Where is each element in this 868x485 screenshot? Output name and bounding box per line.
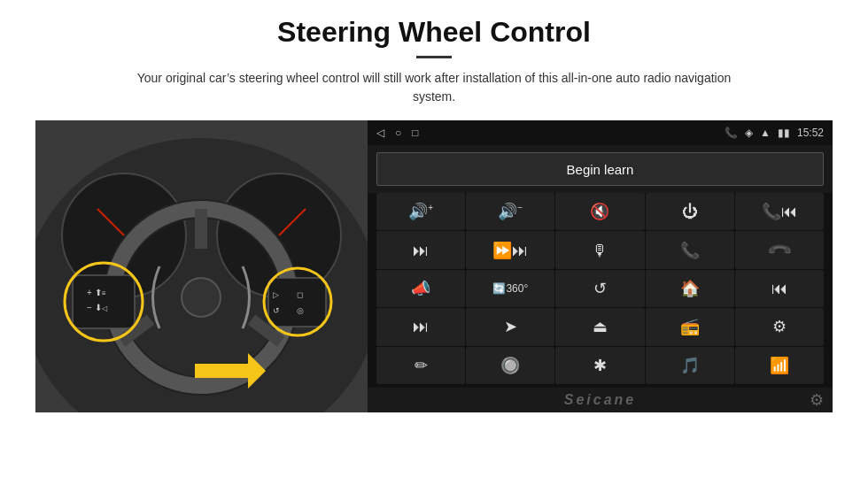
- home-icon: 🏠: [680, 281, 700, 296]
- fast-forward-icon: ⏩⏭: [492, 242, 528, 258]
- begin-learn-button[interactable]: Begin learn: [376, 152, 824, 186]
- power-icon: ⏻: [682, 204, 698, 219]
- bottom-bar: Seicane ⚙: [368, 388, 833, 412]
- grid-cell-sound-eq[interactable]: 📶: [735, 347, 824, 384]
- content-row: + ⬆ − ⬇ ≡ ◁ ▷ ↺ ◻ ◎: [35, 120, 833, 412]
- begin-learn-row: Begin learn: [368, 145, 833, 193]
- page: Steering Wheel Control Your original car…: [0, 0, 868, 485]
- mic-icon: 🎙: [592, 242, 608, 258]
- edit-icon: ✏: [415, 358, 428, 373]
- grid-cell-knob[interactable]: 🔘: [466, 347, 554, 384]
- grid-cell-mute[interactable]: 🔇: [555, 193, 644, 230]
- music-icon: 🎵: [680, 358, 700, 373]
- topbar-nav-icons: ◁ ○ □: [376, 127, 419, 139]
- watermark: Seicane: [564, 392, 636, 408]
- grid-cell-mic[interactable]: 🎙: [555, 231, 644, 268]
- grid-cell-home[interactable]: 🏠: [646, 270, 734, 307]
- subtitle: Your original car’s steering wheel contr…: [124, 69, 744, 106]
- grid-cell-next[interactable]: ⏭: [376, 231, 465, 268]
- svg-text:◁: ◁: [102, 304, 108, 312]
- volume-down-icon: 🔊−: [498, 204, 523, 219]
- grid-cell-vol-up[interactable]: 🔊+: [376, 193, 465, 230]
- svg-rect-12: [73, 275, 135, 328]
- grid-cell-360[interactable]: 🔄360°: [466, 270, 554, 307]
- phone-icon: 📞: [725, 127, 738, 139]
- icon-grid: 🔊+ 🔊− 🔇 ⏻ 📞⏮ ⏭ ⏩⏭: [368, 193, 833, 388]
- grid-cell-eq[interactable]: ⚙: [735, 308, 824, 345]
- sound-eq-icon: 📶: [770, 358, 789, 373]
- recents-nav-icon: □: [412, 127, 418, 139]
- hangup-icon: 📞: [767, 237, 792, 262]
- title-divider: [416, 56, 452, 58]
- svg-text:− ⬇: − ⬇: [87, 303, 102, 312]
- android-topbar: ◁ ○ □ 📞 ◈ ▲ ▮▮ 15:52: [368, 120, 833, 145]
- android-screen: ◁ ○ □ 📞 ◈ ▲ ▮▮ 15:52 Begin learn: [368, 120, 833, 412]
- radio-icon: 📻: [680, 319, 700, 335]
- svg-text:◻: ◻: [297, 290, 303, 299]
- grid-cell-edit[interactable]: ✏: [376, 347, 465, 384]
- location-icon: ◈: [745, 127, 753, 139]
- back-nav-icon: ◁: [376, 127, 384, 139]
- page-title: Steering Wheel Control: [277, 16, 591, 49]
- svg-text:+ ⬆: + ⬆: [87, 288, 102, 297]
- grid-cell-ff[interactable]: ⏩⏭: [466, 231, 554, 268]
- home-nav-icon: ○: [395, 127, 401, 139]
- grid-cell-music[interactable]: 🎵: [646, 347, 734, 384]
- call-icon: 📞: [680, 242, 700, 258]
- grid-cell-vol-down[interactable]: 🔊−: [466, 193, 554, 230]
- svg-text:↺: ↺: [273, 306, 280, 315]
- 360-icon: 🔄360°: [492, 283, 528, 294]
- svg-text:≡: ≡: [102, 289, 106, 297]
- grid-cell-power[interactable]: ⏻: [646, 193, 734, 230]
- grid-cell-rewind[interactable]: ⏮: [735, 270, 824, 307]
- wifi-icon: ▲: [760, 127, 771, 139]
- grid-cell-skip[interactable]: ⏭: [376, 308, 465, 345]
- back-icon: ↺: [593, 281, 607, 296]
- battery-icon: ▮▮: [778, 127, 790, 139]
- steering-wheel-image: + ⬆ − ⬇ ≡ ◁ ▷ ↺ ◻ ◎: [35, 120, 368, 412]
- grid-cell-eject[interactable]: ⏏: [555, 308, 644, 345]
- settings-gear-icon[interactable]: ⚙: [810, 390, 824, 410]
- horn-icon: 📣: [411, 281, 430, 296]
- grid-cell-nav[interactable]: ➤: [466, 308, 554, 345]
- eject-icon: ⏏: [593, 319, 608, 335]
- svg-point-11: [182, 278, 221, 317]
- skip-icon: ⏭: [413, 319, 429, 335]
- bluetooth-icon: ✱: [593, 358, 607, 373]
- grid-cell-call[interactable]: 📞: [646, 231, 734, 268]
- grid-cell-bt[interactable]: ✱: [555, 347, 644, 384]
- grid-cell-hangup[interactable]: 📞: [735, 231, 824, 268]
- svg-text:◎: ◎: [297, 306, 304, 315]
- grid-cell-horn[interactable]: 📣: [376, 270, 465, 307]
- grid-cell-back[interactable]: ↺: [555, 270, 644, 307]
- equalizer-sliders-icon: ⚙: [772, 319, 787, 335]
- svg-rect-17: [268, 278, 326, 327]
- grid-cell-prev-phone[interactable]: 📞⏮: [735, 193, 824, 230]
- svg-text:▷: ▷: [273, 290, 279, 299]
- clock: 15:52: [797, 127, 824, 139]
- volume-up-icon: 🔊+: [408, 204, 433, 219]
- rewind-icon: ⏮: [771, 281, 787, 296]
- grid-cell-radio[interactable]: 📻: [646, 308, 734, 345]
- knob-icon: 🔘: [500, 358, 520, 373]
- next-icon: ⏭: [413, 242, 429, 258]
- phone-prev-icon: 📞⏮: [762, 204, 797, 219]
- mute-icon: 🔇: [590, 204, 609, 219]
- topbar-status-icons: 📞 ◈ ▲ ▮▮ 15:52: [725, 127, 824, 139]
- navigation-icon: ➤: [504, 319, 517, 335]
